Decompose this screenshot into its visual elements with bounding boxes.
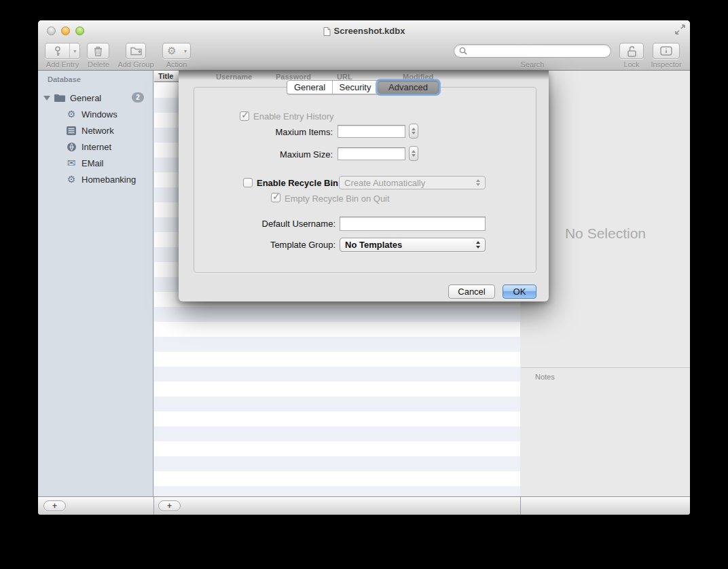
count-badge: 2: [132, 92, 144, 103]
delete-label: Delete: [83, 60, 114, 69]
document-icon: [323, 27, 331, 36]
add-group-label: Add Group: [114, 60, 158, 69]
window-title: Screenshot.kdbx: [38, 26, 690, 36]
globe-icon: [66, 141, 77, 152]
sidebar-item-label: Homebanking: [81, 175, 136, 185]
maxium-size-label: Maxium Size:: [244, 149, 333, 160]
add-entry-plus-button[interactable]: +: [158, 500, 181, 511]
bottom-bar: + +: [38, 496, 690, 515]
search-input[interactable]: [454, 44, 611, 58]
enable-recycle-bin-checkbox[interactable]: [243, 178, 253, 187]
envelope-icon: ✉: [66, 158, 77, 168]
chevron-down-icon: ▾: [70, 43, 79, 58]
check-icon: ✓: [272, 191, 280, 202]
popup-arrows-icon: [475, 238, 481, 251]
maxium-items-stepper[interactable]: [409, 124, 418, 139]
inspector-button[interactable]: [653, 43, 680, 59]
info-icon: [660, 46, 672, 56]
maxium-size-field[interactable]: [338, 147, 405, 160]
sidebar-item-network[interactable]: Network: [38, 122, 153, 139]
sidebar-item-label: Network: [81, 126, 114, 136]
sidebar-item-internet[interactable]: Internet: [38, 139, 153, 155]
lock-button[interactable]: [619, 43, 644, 59]
sheet-top-shadow: Username Password URL Modified: [179, 71, 549, 80]
gear-icon: ⚙: [66, 174, 77, 185]
maxium-size-stepper[interactable]: [409, 146, 418, 161]
sidebar-item-label: EMail: [81, 158, 104, 168]
add-group-plus-button[interactable]: +: [43, 500, 66, 511]
chevron-down-icon: ▾: [181, 43, 190, 58]
server-icon: [66, 125, 77, 136]
sidebar-section-header: Database: [48, 75, 81, 84]
template-group-popup[interactable]: No Templates: [340, 238, 486, 252]
gear-icon: ⚙: [66, 109, 77, 120]
disclosure-triangle-icon[interactable]: [43, 96, 50, 100]
tab-bar: General Security Advanced: [287, 80, 439, 94]
unlock-icon: [627, 45, 637, 57]
default-username-field[interactable]: [340, 217, 486, 231]
fullscreen-icon[interactable]: [675, 24, 685, 35]
enable-recycle-bin-label: Enable Recycle Bin: [257, 178, 338, 188]
delete-button[interactable]: [87, 43, 109, 59]
check-icon: ✓: [241, 109, 249, 120]
divider: [520, 497, 521, 515]
sidebar-item-label: Internet: [81, 142, 111, 152]
sidebar: Database General 2 ⚙ Windows Network Int…: [38, 71, 153, 496]
search-label: Search: [511, 60, 553, 69]
ghost-column-username: Username: [216, 73, 252, 81]
divider: [153, 497, 154, 515]
cancel-button[interactable]: Cancel: [448, 284, 495, 299]
key-icon: [46, 43, 69, 58]
sidebar-item-label: Windows: [81, 109, 117, 120]
empty-recycle-bin-checkbox[interactable]: ✓: [271, 193, 280, 202]
search-icon: [459, 47, 467, 55]
action-button[interactable]: ⚙ ▾: [162, 43, 191, 59]
add-entry-label: Add Entry: [41, 60, 84, 69]
database-settings-sheet: Username Password URL Modified General S…: [179, 71, 549, 301]
recycle-bin-mode-popup[interactable]: Create Automatically: [339, 176, 486, 189]
folder-icon: [54, 92, 65, 103]
enable-entry-history-checkbox[interactable]: ✓: [240, 111, 249, 121]
action-label: Action: [160, 60, 193, 69]
gear-icon: ⚙: [163, 43, 181, 58]
tab-advanced[interactable]: Advanced: [378, 81, 439, 94]
empty-recycle-bin-label: Empty Recycle Bin on Quit: [285, 194, 390, 204]
window-header: Screenshot.kdbx ▾ ⚙ ▾ Add Entry: [38, 20, 690, 71]
enable-entry-history-label: Enable Entry History: [253, 111, 334, 122]
app-window: Screenshot.kdbx ▾ ⚙ ▾ Add Entry: [38, 20, 690, 515]
popup-arrows-icon: [475, 177, 481, 189]
sidebar-item-email[interactable]: ✉ EMail: [38, 155, 153, 171]
add-entry-button[interactable]: ▾: [45, 43, 80, 59]
ok-button[interactable]: OK: [503, 284, 536, 299]
default-username-label: Default Username:: [247, 219, 335, 229]
sidebar-item-label: General: [70, 93, 101, 103]
sidebar-item-homebanking[interactable]: ⚙ Homebanking: [38, 171, 153, 187]
folder-plus-icon: [130, 46, 142, 56]
divider: [521, 367, 690, 368]
sidebar-item-general[interactable]: General 2: [38, 90, 153, 106]
maxium-items-label: Maxium Items:: [244, 127, 333, 137]
tab-general[interactable]: General: [287, 81, 332, 94]
notes-label: Notes: [535, 373, 555, 381]
sidebar-item-windows[interactable]: ⚙ Windows: [38, 106, 153, 122]
maxium-items-field[interactable]: [338, 125, 405, 138]
template-group-label: Template Group:: [247, 240, 335, 250]
trash-icon: [94, 46, 103, 56]
tab-security[interactable]: Security: [332, 81, 378, 94]
inspector-label: Inspector: [645, 60, 687, 69]
add-group-button[interactable]: [126, 43, 146, 59]
